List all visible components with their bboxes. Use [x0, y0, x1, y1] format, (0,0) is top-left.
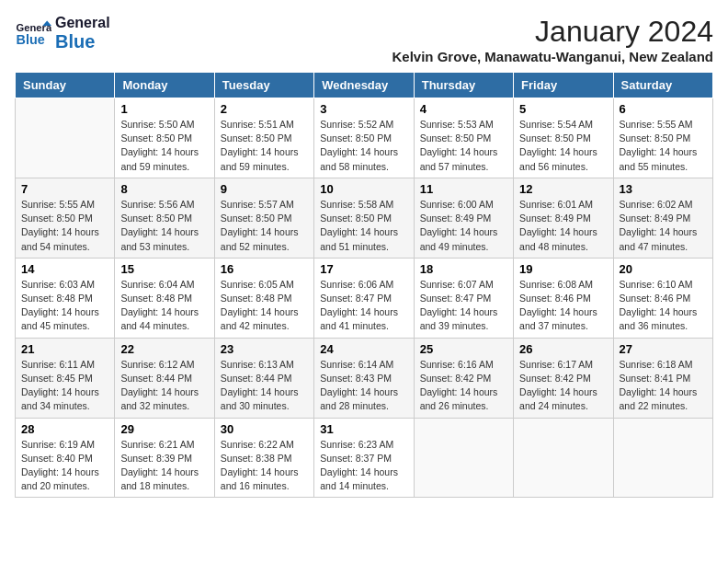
day-info: Sunrise: 5:53 AM Sunset: 8:50 PM Dayligh… [420, 118, 507, 174]
day-info: Sunrise: 6:06 AM Sunset: 8:47 PM Dayligh… [320, 278, 407, 334]
day-number: 3 [320, 102, 407, 116]
calendar-header-monday: Monday [115, 73, 214, 98]
day-number: 24 [320, 342, 407, 356]
svg-text:Blue: Blue [17, 32, 45, 47]
logo-icon: General Blue [15, 15, 51, 52]
day-number: 29 [120, 422, 208, 436]
day-info: Sunrise: 6:12 AM Sunset: 8:44 PM Dayligh… [120, 358, 208, 414]
calendar-cell: 25Sunrise: 6:16 AM Sunset: 8:42 PM Dayli… [414, 338, 513, 418]
calendar-cell: 22Sunrise: 6:12 AM Sunset: 8:44 PM Dayli… [115, 338, 214, 418]
calendar-cell: 2Sunrise: 5:51 AM Sunset: 8:50 PM Daylig… [214, 98, 313, 178]
day-info: Sunrise: 5:52 AM Sunset: 8:50 PM Dayligh… [320, 118, 407, 174]
calendar-cell: 30Sunrise: 6:22 AM Sunset: 8:38 PM Dayli… [214, 418, 313, 498]
logo-text: General Blue [55, 15, 110, 52]
day-info: Sunrise: 6:04 AM Sunset: 8:48 PM Dayligh… [120, 278, 208, 334]
day-info: Sunrise: 6:03 AM Sunset: 8:48 PM Dayligh… [21, 278, 108, 334]
logo-general: General [55, 15, 110, 31]
day-number: 19 [519, 262, 607, 276]
calendar-header-saturday: Saturday [613, 73, 712, 98]
day-info: Sunrise: 5:58 AM Sunset: 8:50 PM Dayligh… [320, 198, 407, 254]
calendar-header-row: SundayMondayTuesdayWednesdayThursdayFrid… [16, 73, 713, 98]
calendar-cell: 8Sunrise: 5:56 AM Sunset: 8:50 PM Daylig… [115, 178, 214, 258]
calendar-cell: 29Sunrise: 6:21 AM Sunset: 8:39 PM Dayli… [115, 418, 214, 498]
title-area: January 2024 Kelvin Grove, Manawatu-Wang… [392, 15, 713, 64]
day-number: 6 [620, 102, 707, 116]
day-number: 11 [420, 182, 507, 196]
day-info: Sunrise: 6:14 AM Sunset: 8:43 PM Dayligh… [320, 358, 407, 414]
day-number: 5 [519, 102, 607, 116]
day-number: 17 [320, 262, 407, 276]
day-info: Sunrise: 5:51 AM Sunset: 8:50 PM Dayligh… [221, 118, 308, 174]
day-info: Sunrise: 6:18 AM Sunset: 8:41 PM Dayligh… [620, 358, 707, 414]
day-info: Sunrise: 5:56 AM Sunset: 8:50 PM Dayligh… [120, 198, 208, 254]
logo-blue-text: Blue [55, 31, 110, 52]
calendar-cell: 13Sunrise: 6:02 AM Sunset: 8:49 PM Dayli… [613, 178, 712, 258]
calendar-cell: 15Sunrise: 6:04 AM Sunset: 8:48 PM Dayli… [115, 258, 214, 338]
day-info: Sunrise: 5:57 AM Sunset: 8:50 PM Dayligh… [221, 198, 308, 254]
day-number: 8 [120, 182, 208, 196]
calendar-cell: 1Sunrise: 5:50 AM Sunset: 8:50 PM Daylig… [115, 98, 214, 178]
day-number: 14 [21, 262, 108, 276]
calendar-cell [613, 418, 712, 498]
day-info: Sunrise: 6:02 AM Sunset: 8:49 PM Dayligh… [620, 198, 707, 254]
calendar-cell: 5Sunrise: 5:54 AM Sunset: 8:50 PM Daylig… [514, 98, 613, 178]
calendar-cell: 21Sunrise: 6:11 AM Sunset: 8:45 PM Dayli… [16, 338, 115, 418]
day-info: Sunrise: 6:21 AM Sunset: 8:39 PM Dayligh… [120, 438, 208, 494]
calendar-cell: 27Sunrise: 6:18 AM Sunset: 8:41 PM Dayli… [613, 338, 712, 418]
day-number: 27 [620, 342, 707, 356]
day-number: 4 [420, 102, 507, 116]
calendar-table: SundayMondayTuesdayWednesdayThursdayFrid… [15, 72, 713, 498]
day-number: 13 [620, 182, 707, 196]
calendar-cell: 7Sunrise: 5:55 AM Sunset: 8:50 PM Daylig… [16, 178, 115, 258]
day-number: 31 [320, 422, 407, 436]
calendar-cell: 12Sunrise: 6:01 AM Sunset: 8:49 PM Dayli… [514, 178, 613, 258]
day-info: Sunrise: 6:00 AM Sunset: 8:49 PM Dayligh… [420, 198, 507, 254]
day-number: 28 [21, 422, 108, 436]
calendar-cell: 19Sunrise: 6:08 AM Sunset: 8:46 PM Dayli… [514, 258, 613, 338]
day-number: 1 [120, 102, 208, 116]
calendar-week-row: 1Sunrise: 5:50 AM Sunset: 8:50 PM Daylig… [16, 98, 713, 178]
calendar-cell: 17Sunrise: 6:06 AM Sunset: 8:47 PM Dayli… [314, 258, 414, 338]
calendar-cell: 28Sunrise: 6:19 AM Sunset: 8:40 PM Dayli… [16, 418, 115, 498]
day-info: Sunrise: 6:23 AM Sunset: 8:37 PM Dayligh… [320, 438, 407, 494]
day-number: 23 [221, 342, 308, 356]
day-info: Sunrise: 6:01 AM Sunset: 8:49 PM Dayligh… [519, 198, 607, 254]
calendar-week-row: 7Sunrise: 5:55 AM Sunset: 8:50 PM Daylig… [16, 178, 713, 258]
calendar-cell [414, 418, 513, 498]
main-title: January 2024 [392, 15, 713, 49]
day-info: Sunrise: 6:17 AM Sunset: 8:42 PM Dayligh… [519, 358, 607, 414]
day-number: 26 [519, 342, 607, 356]
calendar-header-thursday: Thursday [414, 73, 513, 98]
day-info: Sunrise: 6:05 AM Sunset: 8:48 PM Dayligh… [221, 278, 308, 334]
logo: General Blue General Blue [15, 15, 110, 52]
day-info: Sunrise: 6:11 AM Sunset: 8:45 PM Dayligh… [21, 358, 108, 414]
day-info: Sunrise: 6:10 AM Sunset: 8:46 PM Dayligh… [620, 278, 707, 334]
day-number: 22 [120, 342, 208, 356]
day-number: 20 [620, 262, 707, 276]
calendar-header-sunday: Sunday [16, 73, 115, 98]
calendar-header-friday: Friday [514, 73, 613, 98]
calendar-cell: 9Sunrise: 5:57 AM Sunset: 8:50 PM Daylig… [214, 178, 313, 258]
day-number: 15 [120, 262, 208, 276]
day-info: Sunrise: 5:54 AM Sunset: 8:50 PM Dayligh… [519, 118, 607, 174]
day-info: Sunrise: 6:07 AM Sunset: 8:47 PM Dayligh… [420, 278, 507, 334]
calendar-week-row: 14Sunrise: 6:03 AM Sunset: 8:48 PM Dayli… [16, 258, 713, 338]
day-number: 25 [420, 342, 507, 356]
calendar-cell: 23Sunrise: 6:13 AM Sunset: 8:44 PM Dayli… [214, 338, 313, 418]
day-number: 16 [221, 262, 308, 276]
calendar-cell: 31Sunrise: 6:23 AM Sunset: 8:37 PM Dayli… [314, 418, 414, 498]
day-info: Sunrise: 6:22 AM Sunset: 8:38 PM Dayligh… [221, 438, 308, 494]
day-number: 30 [221, 422, 308, 436]
subtitle: Kelvin Grove, Manawatu-Wanganui, New Zea… [392, 49, 713, 64]
day-info: Sunrise: 6:13 AM Sunset: 8:44 PM Dayligh… [221, 358, 308, 414]
calendar-cell: 16Sunrise: 6:05 AM Sunset: 8:48 PM Dayli… [214, 258, 313, 338]
calendar-header-tuesday: Tuesday [214, 73, 313, 98]
day-number: 10 [320, 182, 407, 196]
day-number: 21 [21, 342, 108, 356]
day-info: Sunrise: 5:55 AM Sunset: 8:50 PM Dayligh… [620, 118, 707, 174]
day-number: 18 [420, 262, 507, 276]
calendar-cell: 4Sunrise: 5:53 AM Sunset: 8:50 PM Daylig… [414, 98, 513, 178]
calendar-cell: 18Sunrise: 6:07 AM Sunset: 8:47 PM Dayli… [414, 258, 513, 338]
day-info: Sunrise: 5:55 AM Sunset: 8:50 PM Dayligh… [21, 198, 108, 254]
calendar-cell: 3Sunrise: 5:52 AM Sunset: 8:50 PM Daylig… [314, 98, 414, 178]
